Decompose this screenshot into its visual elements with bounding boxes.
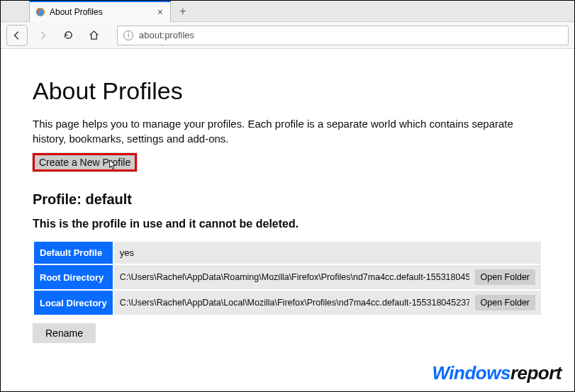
- open-root-folder-button[interactable]: Open Folder: [475, 269, 535, 285]
- root-dir-value: C:\Users\Rachel\AppData\Roaming\Mozilla\…: [120, 272, 469, 282]
- url-text: about:profiles: [139, 30, 194, 40]
- nav-toolbar: i about:profiles: [1, 22, 574, 49]
- home-button[interactable]: [83, 25, 104, 46]
- profile-table: Default Profile yes Root Directory C:\Us…: [33, 240, 542, 316]
- root-dir-label: Root Directory: [33, 264, 113, 290]
- page-content: About Profiles This page helps you to ma…: [1, 49, 574, 357]
- table-row: Local Directory C:\Users\Rachel\AppData\…: [33, 290, 542, 315]
- open-local-folder-button[interactable]: Open Folder: [475, 295, 535, 310]
- tab-title: About Profiles: [50, 7, 156, 17]
- profile-heading: Profile: default: [33, 191, 542, 208]
- new-tab-button[interactable]: +: [174, 3, 192, 20]
- watermark-part1: Windows: [432, 362, 510, 383]
- reload-button[interactable]: [57, 25, 79, 46]
- table-row: Root Directory C:\Users\Rachel\AppData\R…: [33, 264, 542, 290]
- profile-inuse-text: This is the profile in use and it cannot…: [33, 218, 542, 230]
- rename-button[interactable]: Rename: [33, 323, 96, 343]
- default-profile-label: Default Profile: [33, 241, 113, 264]
- table-row: Default Profile yes: [33, 241, 542, 264]
- info-icon[interactable]: i: [123, 30, 133, 40]
- watermark: Windowsreport: [432, 362, 562, 384]
- page-title: About Profiles: [33, 77, 542, 105]
- forward-button: [32, 25, 53, 46]
- watermark-part2: report: [510, 362, 562, 383]
- close-icon[interactable]: ×: [156, 7, 164, 17]
- firefox-icon: [35, 7, 45, 17]
- back-button[interactable]: [6, 25, 28, 46]
- intro-text: This page helps you to manage your profi…: [33, 116, 542, 146]
- create-profile-label: Create a New Profile: [39, 157, 130, 168]
- default-profile-value: yes: [113, 241, 542, 264]
- local-dir-value: C:\Users\Rachel\AppData\Local\Mozilla\Fi…: [120, 298, 469, 308]
- tab-strip: About Profiles × +: [1, 1, 574, 22]
- browser-tab[interactable]: About Profiles ×: [29, 1, 171, 22]
- create-profile-button[interactable]: Create a New Profile: [33, 153, 137, 172]
- local-dir-label: Local Directory: [33, 290, 113, 315]
- url-bar[interactable]: i about:profiles: [117, 26, 569, 45]
